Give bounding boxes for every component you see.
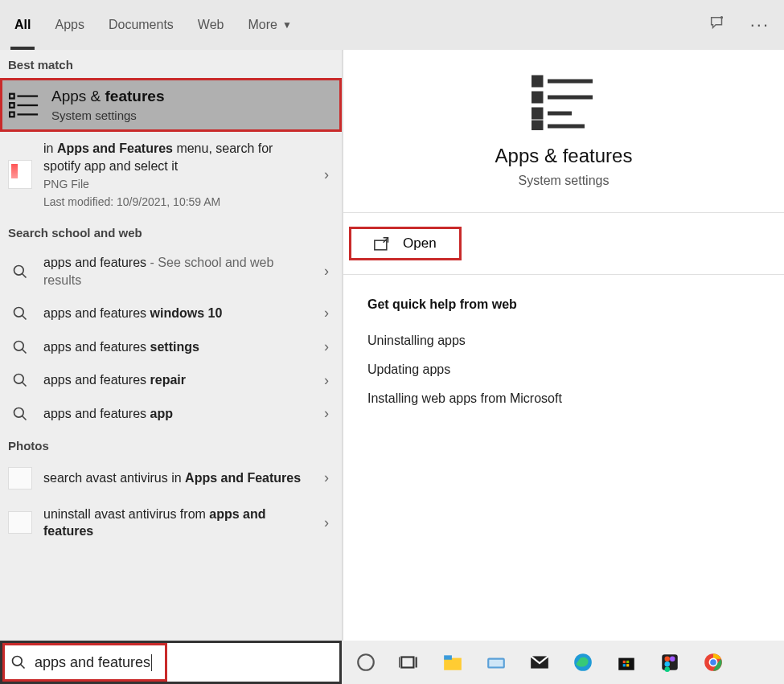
svg-rect-33	[444, 655, 452, 659]
svg-rect-43	[662, 654, 678, 670]
apps-features-large-icon	[532, 74, 596, 130]
web-result-0[interactable]: apps and features - See school and web r…	[0, 246, 342, 297]
edge-icon[interactable]	[572, 651, 594, 674]
file-result-type: PNG File	[43, 177, 308, 192]
svg-rect-21	[533, 109, 541, 117]
svg-rect-17	[533, 77, 541, 85]
search-icon	[8, 339, 32, 355]
svg-line-27	[21, 665, 25, 669]
svg-rect-1	[10, 93, 14, 98]
svg-rect-42	[626, 664, 629, 666]
open-button[interactable]: Open	[351, 229, 459, 258]
tab-apps[interactable]: Apps	[55, 0, 84, 50]
task-view-icon[interactable]	[398, 651, 421, 674]
svg-line-10	[23, 315, 27, 319]
svg-point-7	[14, 265, 24, 275]
svg-point-13	[14, 375, 24, 384]
chevron-right-icon[interactable]: ›	[319, 372, 334, 389]
svg-rect-19	[533, 93, 541, 101]
help-header: Get quick help from web	[367, 297, 760, 312]
svg-point-26	[13, 657, 23, 666]
search-icon	[8, 406, 32, 422]
search-icon	[10, 654, 27, 670]
search-input-container[interactable]: apps and features	[0, 641, 342, 684]
figma-icon[interactable]	[659, 651, 681, 674]
svg-point-9	[14, 307, 24, 317]
photo-result-0[interactable]: search avast antivirus in Apps and Featu…	[0, 459, 342, 498]
search-icon	[8, 264, 32, 280]
web-result-3[interactable]: apps and features repair ›	[0, 363, 342, 397]
svg-rect-25	[375, 240, 387, 250]
svg-point-28	[358, 654, 374, 670]
best-match-title: Apps & features	[51, 88, 164, 105]
open-icon	[374, 237, 390, 250]
taskbar	[342, 641, 784, 684]
photo-result-1[interactable]: uninstall avast antivirus from apps and …	[0, 498, 342, 548]
section-best-match: Best match	[0, 50, 342, 78]
svg-point-45	[670, 656, 675, 661]
search-results-pane: Best match Apps & features System settin…	[0, 50, 342, 641]
photo-icon	[8, 467, 32, 489]
more-options-icon[interactable]: ···	[750, 14, 770, 35]
search-tab-bar: All Apps Documents Web More▼ ···	[0, 0, 784, 50]
chevron-right-icon[interactable]: ›	[319, 514, 334, 531]
web-result-4[interactable]: apps and features app ›	[0, 397, 342, 431]
tab-more[interactable]: More▼	[248, 0, 291, 50]
section-photos: Photos	[0, 431, 342, 459]
help-link-2[interactable]: Installing web apps from Microsoft	[367, 384, 760, 413]
keyboard-icon[interactable]	[485, 651, 507, 674]
feedback-icon[interactable]	[708, 14, 726, 35]
best-match-item[interactable]: Apps & features System settings	[0, 78, 342, 132]
help-link-1[interactable]: Updating apps	[367, 355, 760, 384]
chevron-down-icon: ▼	[282, 19, 292, 31]
chevron-right-icon[interactable]: ›	[319, 469, 334, 486]
chrome-icon[interactable]	[702, 651, 724, 674]
chevron-right-icon[interactable]: ›	[319, 405, 334, 422]
preview-pane: Apps & features System settings Open Get…	[342, 50, 784, 641]
svg-rect-3	[10, 103, 14, 108]
svg-point-11	[14, 341, 24, 350]
svg-point-0	[720, 17, 722, 18]
cortana-icon[interactable]	[355, 651, 377, 674]
svg-rect-39	[623, 661, 626, 663]
svg-line-8	[23, 273, 27, 277]
svg-point-46	[665, 661, 671, 667]
microsoft-store-icon[interactable]	[615, 651, 638, 674]
svg-point-15	[14, 408, 24, 417]
search-input-value[interactable]: apps and features	[35, 654, 152, 671]
svg-rect-23	[533, 122, 541, 130]
preview-title: Apps & features	[495, 145, 633, 167]
chevron-right-icon[interactable]: ›	[319, 263, 334, 280]
svg-point-47	[665, 666, 671, 672]
tab-all[interactable]: All	[14, 0, 31, 50]
list-settings-icon	[8, 92, 40, 119]
svg-rect-35	[489, 660, 503, 667]
search-icon	[8, 305, 32, 322]
chevron-right-icon[interactable]: ›	[319, 305, 334, 322]
png-file-icon	[8, 160, 32, 189]
svg-line-14	[23, 383, 27, 387]
section-school-web: Search school and web	[0, 218, 342, 246]
svg-rect-41	[623, 664, 626, 666]
web-result-1[interactable]: apps and features windows 10 ›	[0, 297, 342, 330]
svg-rect-29	[401, 657, 413, 668]
file-result-modified: Last modified: 10/9/2021, 10:59 AM	[43, 195, 308, 210]
svg-point-50	[710, 659, 716, 666]
svg-rect-5	[10, 112, 14, 117]
tab-web[interactable]: Web	[198, 0, 224, 50]
web-result-2[interactable]: apps and features settings ›	[0, 330, 342, 364]
photo-icon	[8, 511, 32, 534]
help-link-0[interactable]: Uninstalling apps	[367, 326, 760, 355]
best-match-subtitle: System settings	[51, 109, 164, 122]
file-result[interactable]: in Apps and Features menu, search for sp…	[0, 132, 342, 218]
svg-rect-40	[626, 661, 629, 663]
svg-line-16	[23, 416, 27, 420]
svg-point-44	[665, 656, 671, 661]
mail-icon[interactable]	[528, 651, 551, 674]
chevron-right-icon[interactable]: ›	[319, 166, 334, 183]
chevron-right-icon[interactable]: ›	[319, 338, 334, 355]
file-explorer-icon[interactable]	[441, 651, 464, 674]
svg-line-12	[23, 349, 27, 353]
tab-documents[interactable]: Documents	[109, 0, 174, 50]
svg-rect-32	[444, 658, 462, 670]
